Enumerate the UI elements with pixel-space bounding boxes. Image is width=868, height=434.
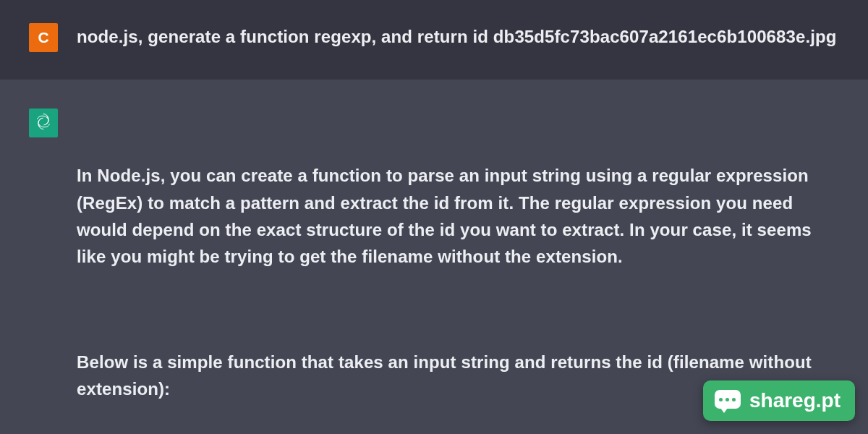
chat-bubble-icon <box>715 390 741 412</box>
user-message-text: node.js, generate a function regexp, and… <box>77 23 836 50</box>
share-watermark[interactable]: shareg.pt <box>703 380 855 421</box>
watermark-label: shareg.pt <box>749 389 841 412</box>
assistant-paragraph-1: In Node.js, you can create a function to… <box>77 162 839 270</box>
user-avatar-letter: C <box>38 29 48 46</box>
openai-logo-icon <box>33 111 54 135</box>
assistant-avatar <box>29 109 58 137</box>
user-avatar: C <box>29 23 58 52</box>
user-message-row: C node.js, generate a function regexp, a… <box>0 0 868 80</box>
